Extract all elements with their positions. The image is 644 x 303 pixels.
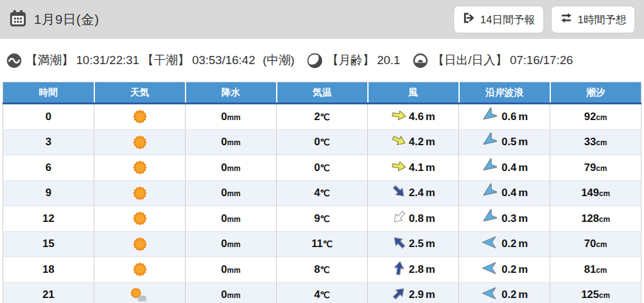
weather-cell bbox=[94, 104, 186, 130]
wind-speed-value: 2.4 bbox=[409, 187, 424, 199]
temp-unit: ℃ bbox=[320, 112, 330, 122]
wind-speed-unit: m bbox=[426, 263, 435, 276]
wave-height-value: 0.2 bbox=[502, 289, 517, 301]
column-header-6: 潮汐 bbox=[550, 82, 641, 104]
page-date: 1月9日(金) bbox=[34, 11, 99, 28]
forecast-table-wrap: 時間天気降水気温風沿岸波浪潮汐 0 0mm2℃ 4.6m 0.6m92cm3 0… bbox=[0, 82, 644, 303]
precip-cell: 0mm bbox=[186, 231, 277, 257]
wind-direction-arrow-icon bbox=[391, 209, 407, 228]
column-header-2: 降水 bbox=[186, 82, 277, 104]
column-header-1: 天気 bbox=[94, 82, 186, 104]
tide-value: 149 bbox=[581, 187, 599, 199]
wave-height-unit: m bbox=[518, 111, 528, 123]
time-value: 18 bbox=[43, 263, 55, 275]
wind-speed-value: 2.8 bbox=[409, 263, 424, 276]
temp-unit: ℃ bbox=[323, 239, 333, 249]
wind-cell: 2.5m bbox=[368, 231, 459, 257]
wave-direction-dart-icon bbox=[481, 184, 497, 202]
precip-cell: 0mm bbox=[186, 257, 277, 283]
low-tide-times: 03:53/16:42 bbox=[192, 53, 255, 67]
precip-cell: 0mm bbox=[186, 282, 277, 303]
tide-cell: 79cm bbox=[550, 155, 641, 181]
weather-cell bbox=[94, 231, 186, 257]
wave-direction-dart-icon bbox=[481, 107, 497, 126]
column-header-4: 風 bbox=[368, 82, 459, 104]
weather-cell bbox=[94, 129, 186, 155]
temp-unit: ℃ bbox=[320, 265, 330, 275]
tide-value: 92 bbox=[584, 111, 596, 123]
wave-direction-dart-icon bbox=[481, 260, 497, 279]
wind-cell: 4.2m bbox=[368, 129, 459, 155]
temp-cell: 4℃ bbox=[277, 180, 368, 206]
column-header-3: 気温 bbox=[277, 82, 368, 104]
wind-direction-arrow-icon bbox=[391, 260, 407, 279]
tide-cell: 33cm bbox=[550, 129, 641, 155]
sunrise-sunset-label: 【日出/日入】 bbox=[432, 52, 507, 69]
moon-age-value: 20.1 bbox=[377, 53, 400, 67]
wave-height-unit: m bbox=[518, 238, 528, 250]
high-tide-times: 10:31/22:31 bbox=[76, 53, 139, 67]
precip-cell: 0mm bbox=[186, 180, 277, 206]
temp-cell: 0℃ bbox=[277, 129, 368, 155]
precip-unit: mm bbox=[227, 164, 240, 173]
wave-height-unit: m bbox=[518, 263, 528, 276]
wave-cell: 0.2m bbox=[459, 231, 550, 257]
wind-speed-unit: m bbox=[426, 187, 435, 199]
tide-value: 33 bbox=[584, 136, 596, 148]
wind-direction-arrow-icon bbox=[391, 285, 407, 303]
wind-speed-unit: m bbox=[426, 111, 435, 123]
wave-height-unit: m bbox=[518, 136, 528, 148]
time-cell: 21 bbox=[3, 282, 94, 303]
one-hour-forecast-button[interactable]: 1時間予想 bbox=[551, 6, 635, 33]
wind-direction-arrow-icon bbox=[391, 133, 407, 152]
temp-value: 0 bbox=[314, 162, 319, 174]
temp-unit: ℃ bbox=[320, 163, 330, 173]
temp-value: 2 bbox=[314, 111, 319, 123]
wave-direction-dart-icon bbox=[481, 209, 497, 228]
forecast-row: 0 0mm2℃ 4.6m 0.6m92cm bbox=[3, 104, 641, 130]
low-tide-label: 【干潮】 bbox=[142, 52, 189, 69]
wave-cell: 0.3m bbox=[459, 206, 550, 232]
swap-icon bbox=[560, 11, 573, 28]
fourteen-day-forecast-label: 14日間予報 bbox=[480, 13, 535, 27]
wave-cell: 0.2m bbox=[459, 282, 550, 303]
wave-height-unit: m bbox=[518, 212, 528, 225]
button-group: 14日間予報 1時間予想 bbox=[453, 6, 635, 33]
one-hour-forecast-label: 1時間予想 bbox=[578, 13, 626, 27]
wind-speed-value: 4.1 bbox=[409, 162, 424, 174]
moon-phase-icon bbox=[307, 53, 323, 69]
tide-unit: cm bbox=[599, 291, 610, 300]
wave-cell: 0.5m bbox=[459, 129, 550, 155]
forecast-table-header: 時間天気降水気温風沿岸波浪潮汐 bbox=[3, 82, 641, 104]
sunrise-sunset-icon bbox=[413, 53, 428, 69]
column-header-0: 時間 bbox=[3, 82, 94, 104]
time-cell: 0 bbox=[3, 104, 94, 130]
temp-unit: ℃ bbox=[320, 214, 330, 224]
wind-cell: 2.4m bbox=[368, 180, 459, 206]
weather-cell bbox=[94, 155, 186, 181]
tide-unit: cm bbox=[596, 266, 607, 275]
temp-cell: 8℃ bbox=[277, 257, 368, 283]
tide-type: (中潮) bbox=[263, 52, 295, 69]
fourteen-day-forecast-button[interactable]: 14日間予報 bbox=[453, 6, 544, 33]
tide-value: 128 bbox=[581, 212, 599, 224]
wave-height-value: 0.6 bbox=[502, 111, 517, 123]
time-cell: 3 bbox=[3, 129, 94, 155]
weather-cell bbox=[94, 282, 186, 303]
tide-unit: cm bbox=[599, 215, 610, 224]
temp-cell: 4℃ bbox=[277, 282, 368, 303]
precip-unit: mm bbox=[227, 189, 240, 198]
sunny-icon bbox=[94, 185, 185, 202]
wave-direction-dart-icon bbox=[481, 158, 497, 177]
time-cell: 12 bbox=[3, 206, 94, 232]
temp-cell: 2℃ bbox=[277, 104, 368, 130]
precip-unit: mm bbox=[227, 138, 240, 147]
sunny-icon bbox=[94, 159, 185, 176]
precip-value: 0 bbox=[221, 187, 227, 199]
precip-cell: 0mm bbox=[186, 104, 277, 130]
wave-direction-dart-icon bbox=[481, 133, 497, 152]
sunrise-sunset-times: 07:16/17:26 bbox=[510, 53, 573, 67]
date-group: 1月9日(金) bbox=[9, 9, 99, 30]
wave-height-value: 0.4 bbox=[502, 162, 517, 174]
wind-direction-arrow-icon bbox=[391, 234, 407, 253]
